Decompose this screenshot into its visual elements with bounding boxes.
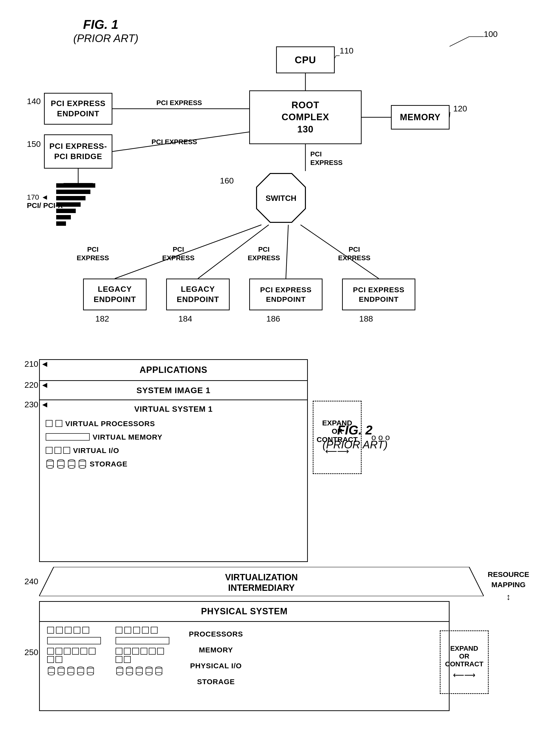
ps-io1 — [47, 648, 54, 655]
svg-point-74 — [156, 672, 162, 675]
virtual-system-label: VIRTUAL SYSTEM 1 — [46, 404, 301, 414]
ps-cyl6 — [116, 666, 124, 676]
virtual-processors-row: VIRTUAL PROCESSORS — [46, 419, 301, 428]
system-image-label: SYSTEM IMAGE 1 — [136, 386, 210, 395]
virtual-io-row: VIRTUAL I/O — [46, 446, 301, 455]
svg-text:SWITCH: SWITCH — [266, 194, 296, 203]
ps-mem-bar — [47, 637, 101, 644]
fig1-title: FIG. 1 — [83, 17, 118, 32]
vio-sq3 — [63, 447, 70, 454]
svg-text:PCI: PCI — [258, 246, 270, 253]
storage-cyl1 — [46, 459, 54, 469]
legacy-endpoint-184: LEGACYENDPOINT — [166, 279, 230, 310]
ps-sq8 — [133, 627, 140, 634]
physical-right-col — [116, 627, 169, 676]
expand-contract-1-arrow: ⟵⟶ — [325, 446, 349, 456]
legacy-endpoint-182: LEGACYENDPOINT — [83, 279, 147, 310]
resource-mapping-label: RESOURCE MAPPING ↕ — [476, 569, 540, 603]
ps-sq1 — [47, 627, 54, 634]
bar-6 — [56, 215, 71, 219]
svg-text:PCI: PCI — [310, 150, 322, 158]
physical-system-box: PHYSICAL SYSTEM — [39, 601, 450, 711]
root-complex-label: ROOTCOMPLEX130 — [282, 99, 329, 135]
svg-point-53 — [68, 672, 74, 675]
physical-system-header: PHYSICAL SYSTEM — [40, 602, 449, 622]
ps-sq2 — [56, 627, 63, 634]
ps-sq10 — [151, 627, 158, 634]
pci-express-pci-bridge-150: PCI EXPRESS-PCI BRIDGE — [44, 134, 112, 169]
ref-230: 230 ◄ — [24, 400, 49, 409]
svg-text:PCI: PCI — [173, 246, 184, 253]
applications-label: APPLICATIONS — [140, 365, 207, 375]
storage-cyl4 — [78, 459, 87, 469]
svg-point-71 — [146, 672, 152, 675]
virtual-io-label: VIRTUAL I/O — [73, 446, 119, 455]
ps-cyl4 — [76, 666, 85, 676]
ref-110: 110 — [340, 46, 354, 55]
ref-188: 188 — [359, 314, 373, 324]
bar-1 — [56, 183, 95, 188]
ps-io6 — [89, 648, 96, 655]
ps-cyl2 — [57, 666, 65, 676]
svg-text:VIRTUALIZATION: VIRTUALIZATION — [225, 572, 298, 582]
vio-sq1 — [46, 447, 53, 454]
svg-line-15 — [286, 225, 288, 279]
resource-mapping-text: RESOURCE MAPPING — [476, 569, 540, 590]
ref-240: 240 — [24, 577, 38, 586]
fig2-diagram: FIG. 2 (PRIOR ART) APPLICATIONS SYSTEM I… — [20, 357, 540, 723]
storage2-label: STORAGE — [189, 677, 243, 686]
virtual-processors-label: VIRTUAL PROCESSORS — [65, 419, 155, 428]
bar-7 — [56, 221, 66, 226]
page: FIG. 1 (PRIOR ART) 100 CPU 110 ROOTCOMPL… — [0, 0, 560, 735]
svg-point-68 — [136, 672, 142, 675]
ps-io9 — [116, 648, 122, 655]
ps-sq9 — [142, 627, 149, 634]
vi-svg: VIRTUALIZATION INTERMEDIARY — [39, 567, 484, 596]
ref-100: 100 — [484, 29, 498, 39]
svg-text:EXPRESS: EXPRESS — [162, 254, 194, 262]
proc-row-2 — [116, 627, 169, 634]
ps-cyl5 — [86, 666, 95, 676]
svg-text:EXPRESS: EXPRESS — [310, 159, 343, 166]
expand-contract-1-box: EXPAND OR CONTRACT ⟵⟶ — [313, 401, 362, 474]
vp-sq1 — [46, 420, 53, 427]
pci-pci-x-label: PCI/ PCI-X — [27, 201, 63, 209]
physical-left-col — [47, 627, 101, 676]
applications-row: APPLICATIONS — [40, 360, 307, 381]
ps-io10 — [124, 648, 131, 655]
storage-label: STORAGE — [90, 459, 128, 469]
expand-contract-2-label: EXPAND OR CONTRACT — [445, 645, 483, 668]
storage-row: STORAGE — [46, 459, 301, 469]
cpu-box: CPU — [276, 46, 335, 73]
memory-box: MEMORY — [391, 105, 450, 130]
svg-text:INTERMEDIARY: INTERMEDIARY — [228, 583, 295, 593]
virtual-memory-row: VIRTUAL MEMORY — [46, 432, 301, 442]
ps-io-row — [47, 648, 101, 663]
svg-point-56 — [77, 672, 84, 675]
ref-250: 250 — [24, 648, 38, 657]
ref-140: 140 — [27, 97, 41, 106]
dots: o o o — [371, 432, 390, 442]
ps-cyl10 — [155, 666, 163, 676]
memory-label-phys: MEMORY — [189, 645, 243, 655]
svg-line-6 — [112, 132, 249, 151]
svg-point-32 — [47, 465, 54, 468]
svg-text:EXPRESS: EXPRESS — [338, 254, 370, 262]
ps-cyl1 — [47, 666, 55, 676]
ps-io14 — [157, 648, 164, 655]
ps-sq7 — [124, 627, 131, 634]
virtual-memory-label: VIRTUAL MEMORY — [93, 432, 162, 442]
expand-contract-2-box: EXPAND OR CONTRACT ⟵⟶ — [440, 630, 489, 694]
svg-text:PCI EXPRESS: PCI EXPRESS — [156, 99, 202, 107]
ref-170: 170 ◄PCI/ PCI-X — [27, 193, 63, 210]
svg-line-16 — [301, 225, 379, 279]
ref-182: 182 — [95, 314, 109, 324]
svg-line-13 — [115, 225, 261, 279]
ps-io15 — [116, 656, 122, 663]
fig1-subtitle: (PRIOR ART) — [73, 32, 138, 44]
ps-sq6 — [116, 627, 122, 634]
ps-io5 — [80, 648, 87, 655]
expand-contract-2-arrow: ⟵⟶ — [453, 670, 475, 680]
pci-express-endpoint-140: PCI EXPRESSENDPOINT — [44, 93, 112, 125]
vm-bar — [46, 433, 90, 441]
